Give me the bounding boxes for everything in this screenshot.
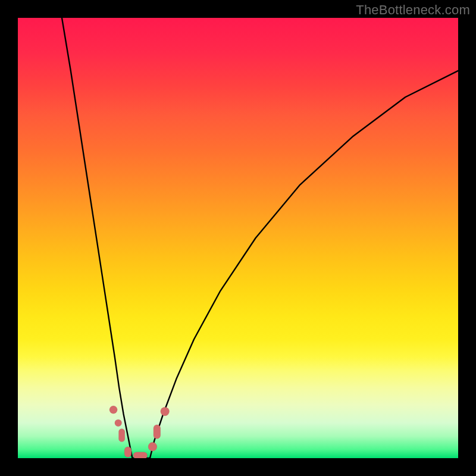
- trough-markers: [109, 406, 170, 458]
- marker-pill: [124, 447, 131, 458]
- series-right-branch: [150, 71, 458, 458]
- watermark-text: TheBottleneck.com: [356, 2, 470, 18]
- chart-svg: [18, 18, 458, 458]
- marker-dot: [115, 419, 122, 427]
- marker-dot: [109, 406, 117, 414]
- chart-frame: TheBottleneck.com: [0, 0, 476, 476]
- marker-pill: [154, 425, 161, 439]
- plot-area: [18, 18, 458, 458]
- marker-dot: [161, 407, 170, 416]
- series-left-branch: [62, 18, 132, 458]
- marker-pill: [133, 452, 148, 458]
- marker-pill: [118, 428, 124, 441]
- marker-dot: [148, 442, 157, 451]
